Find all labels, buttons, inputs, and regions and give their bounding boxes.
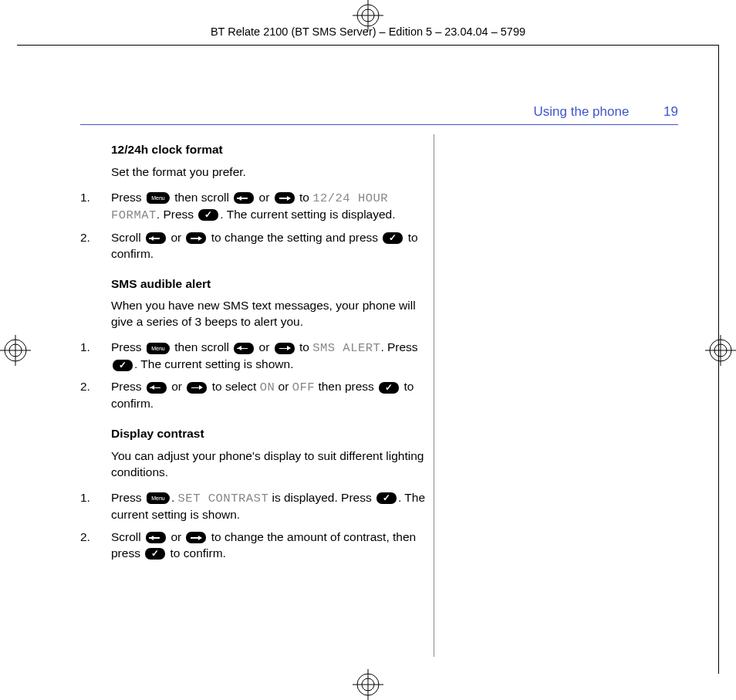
step: 1. Press then scroll or to 12/24 HOUR FO…	[80, 190, 426, 224]
left-key-icon	[234, 192, 254, 204]
section-title-display-contrast: Display contrast	[111, 426, 426, 442]
step: 2. Press or to select ON or OFF then pre…	[80, 379, 426, 412]
svg-point-7	[357, 674, 379, 695]
ok-key-icon	[113, 360, 133, 371]
ok-key-icon	[376, 492, 397, 504]
section-title-sms-alert: SMS audible alert	[111, 276, 426, 293]
step-number: 2.	[80, 230, 111, 262]
steps-display-contrast: 1. Press . SET CONTRAST is displayed. Pr…	[80, 490, 426, 562]
crop-mark-bottom-icon	[353, 669, 383, 700]
right-key-icon	[275, 343, 295, 354]
step-text: Scroll or to change the setting and pres…	[111, 230, 426, 262]
step-number: 1.	[80, 190, 111, 224]
menu-key-icon	[147, 343, 170, 354]
ok-key-icon	[379, 382, 399, 394]
svg-point-2	[362, 9, 374, 22]
svg-point-6	[362, 678, 374, 691]
step-text: Press or to select ON or OFF then press …	[111, 379, 426, 412]
lcd-text: SET CONTRAST	[178, 492, 269, 506]
running-header: BT Relate 2100 (BT SMS Server) – Edition…	[0, 25, 736, 40]
step-text: Scroll or to change the amount of contra…	[111, 529, 426, 562]
right-key-icon	[187, 382, 207, 394]
page-number: 19	[663, 104, 678, 119]
right-key-icon	[186, 232, 206, 244]
step: 2. Scroll or to change the amount of con…	[80, 529, 426, 562]
page-frame: Using the phone 19 12/24h clock format S…	[17, 45, 719, 674]
menu-key-icon	[147, 492, 170, 504]
step: 1. Press then scroll or to SMS ALERT. Pr…	[80, 340, 426, 373]
right-key-icon	[186, 532, 206, 543]
left-key-icon	[146, 232, 166, 244]
steps-clock-format: 1. Press then scroll or to 12/24 HOUR FO…	[80, 190, 426, 262]
step-number: 2.	[80, 529, 111, 562]
ok-key-icon	[383, 232, 403, 244]
menu-key-icon	[147, 192, 170, 204]
main-column: 12/24h clock format Set the format you p…	[80, 142, 434, 569]
section-name: Using the phone	[534, 104, 630, 119]
lcd-text: OFF	[292, 380, 315, 394]
step-number: 1.	[80, 490, 111, 523]
step-text: Press then scroll or to SMS ALERT. Press…	[111, 340, 426, 373]
steps-sms-alert: 1. Press then scroll or to SMS ALERT. Pr…	[80, 340, 426, 412]
intro-clock-format: Set the format you prefer.	[111, 164, 426, 181]
page-header: Using the phone 19	[534, 103, 678, 121]
header-rule	[80, 124, 678, 125]
column-divider	[434, 134, 434, 657]
step: 1. Press . SET CONTRAST is displayed. Pr…	[80, 490, 426, 523]
ok-key-icon	[198, 209, 218, 221]
svg-point-3	[357, 5, 379, 26]
step-text: Press . SET CONTRAST is displayed. Press…	[111, 490, 426, 523]
lcd-text: SMS ALERT	[312, 341, 380, 355]
right-key-icon	[275, 192, 295, 204]
left-key-icon	[147, 382, 167, 394]
step-number: 1.	[80, 340, 111, 373]
lcd-text: ON	[260, 380, 275, 394]
step: 2. Scroll or to change the setting and p…	[80, 230, 426, 262]
step-number: 2.	[80, 379, 111, 412]
section-title-clock-format: 12/24h clock format	[111, 142, 426, 158]
intro-sms-alert: When you have new SMS text messages, you…	[111, 298, 426, 330]
ok-key-icon	[145, 548, 165, 560]
left-key-icon	[146, 532, 166, 543]
step-text: Press then scroll or to 12/24 HOUR FORMA…	[111, 190, 426, 224]
intro-display-contrast: You can adjust your phone's display to s…	[111, 448, 426, 481]
left-key-icon	[234, 343, 254, 354]
